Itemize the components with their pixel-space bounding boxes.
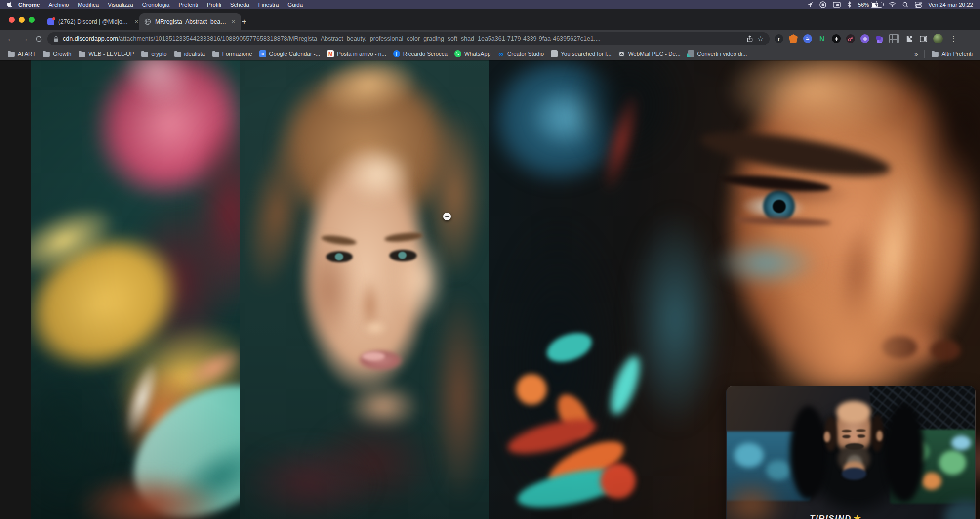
bookmark-gmail-inbox[interactable]: M Posta in arrivo - ri... [324,49,390,59]
bookmark-you-searched[interactable]: You searched for I... [547,49,615,59]
window-controls [9,17,35,23]
url-path: /attachments/1013512335442333816/1088905… [118,35,601,42]
facebook-icon: f [393,50,400,57]
generic-page-icon [551,50,558,57]
macos-menubar: Chrome Archivio Modifica Visualizza Cron… [0,0,980,9]
discord-favicon-icon [47,18,54,25]
webmail-icon [618,50,625,57]
spotlight-search-icon[interactable] [902,1,908,8]
browser-toolbar: ← → cdn.discordapp.com/attachments/10135… [0,30,980,47]
extension-key-icon[interactable] [846,34,855,43]
extension-dark-circle-icon[interactable]: r [775,34,783,43]
bookmark-webmail-pec[interactable]: WebMail PEC - De... [615,49,684,59]
battery-icon [871,2,882,8]
menu-archivio[interactable]: Archivio [44,2,73,8]
bookmarks-divider [924,50,925,58]
battery-percent: 56% [858,2,869,8]
folder-icon [78,51,85,57]
wifi-icon[interactable] [889,1,896,8]
menu-guida[interactable]: Guida [283,2,307,8]
tab-title: (2762) Discord | @Midjourney [58,18,129,25]
close-tab-icon[interactable]: × [133,18,139,25]
globe-favicon-icon [144,18,151,25]
bookmark-formazione[interactable]: Formazione [208,49,256,58]
extension-green-n-icon[interactable]: N [817,34,826,43]
bookmark-facebook-profile[interactable]: f Riccardo Scrocca [390,49,451,59]
extension-black-circle-icon[interactable] [832,34,841,43]
display-mirror-icon[interactable] [833,1,841,8]
bookmark-google-calendar[interactable]: 31 Google Calendar -... [256,49,324,59]
side-panel-icon[interactable] [919,34,928,43]
address-bar[interactable]: cdn.discordapp.com/attachments/101351233… [47,32,770,45]
metamask-fox-icon[interactable] [789,34,798,43]
close-window-button[interactable] [9,17,15,23]
menu-preferiti[interactable]: Preferiti [174,2,203,8]
apple-logo-icon[interactable] [7,1,13,8]
reload-button[interactable] [32,32,45,45]
menubar-clock[interactable]: Ven 24 mar 20:22 [928,2,973,8]
bookmarks-overflow-chevron[interactable]: » [911,49,921,59]
menu-chrome[interactable]: Chrome [14,2,44,8]
bookmark-growth[interactable]: Growth [39,49,75,58]
tab-title: MRregista_Abstract_beauty._ [155,18,226,25]
folder-icon [42,51,50,57]
bookmark-whatsapp[interactable]: WhatsApp [451,49,494,59]
folder-icon [931,51,939,57]
artwork-panel-abstract [31,60,240,519]
battery-indicator[interactable]: 56% [858,2,882,8]
screen: Chrome Archivio Modifica Visualizza Cron… [0,0,980,519]
profile-avatar[interactable] [933,34,943,43]
url-text: cdn.discordapp.com/attachments/101351233… [63,35,601,42]
folder-icon [7,51,15,57]
screen-record-icon[interactable] [819,1,826,8]
back-button[interactable]: ← [4,32,18,45]
tab-discord[interactable]: (2762) Discord | @Midjourney × [42,13,144,30]
folder-icon [141,51,148,57]
zoom-window-button[interactable] [29,17,35,23]
bookmark-star-icon[interactable]: ☆ [757,35,764,43]
meta-icon: ∞ [497,50,504,57]
menu-cronologia[interactable]: Cronologia [138,2,174,8]
extensions-puzzle-icon[interactable] [904,34,913,43]
tab-strip: (2762) Discord | @Midjourney × MRregista… [0,9,980,30]
zoom-out-cursor-icon [443,213,451,220]
url-domain: cdn.discordapp.com [63,35,118,42]
location-arrow-icon[interactable] [807,1,813,8]
forward-button[interactable]: → [18,32,32,45]
google-calendar-icon: 31 [259,50,266,57]
channel-watermark: TIRISIND★ [810,513,861,519]
artwork-panel-portrait [240,60,489,519]
bookmarks-bar: AI ART Growth WEB - LEVEL-UP crypto idea… [0,47,980,60]
bookmark-web-level-up[interactable]: WEB - LEVEL-UP [75,49,137,58]
bookmark-ai-art[interactable]: AI ART [4,49,39,58]
screenshot-grid-icon[interactable] [889,34,899,43]
minimize-window-button[interactable] [19,17,25,23]
menu-finestra[interactable]: Finestra [254,2,284,8]
bookmark-crypto[interactable]: crypto [137,49,170,58]
extension-waves-icon[interactable]: ≈ [803,34,812,43]
extensions-row: r ≈ N ⋮ [775,34,959,43]
other-bookmarks-folder[interactable]: Altri Preferiti [928,49,976,58]
extension-purple-ring-icon[interactable] [860,34,869,43]
whatsapp-icon [454,50,461,57]
browser-menu-icon[interactable]: ⋮ [948,34,959,43]
tab-image-active[interactable]: MRregista_Abstract_beauty._ × [139,13,241,30]
menu-visualizza[interactable]: Visualizza [103,2,138,8]
gmail-icon: M [327,50,334,57]
bluetooth-icon[interactable] [847,1,852,8]
control-center-icon[interactable] [915,1,922,8]
extension-purple-cluster-icon[interactable] [875,34,884,43]
watermark-star-icon: ★ [854,514,862,519]
bookmark-video-converter[interactable]: Converti i video di... [684,49,751,59]
video-converter-icon [688,50,694,57]
bookmark-creator-studio[interactable]: ∞ Creator Studio [494,49,547,59]
bookmark-idealista[interactable]: idealista [170,49,208,58]
webcam-overlay: TIRISIND★ [726,386,976,519]
new-tab-button[interactable]: + [238,16,250,28]
menu-profili[interactable]: Profili [203,2,226,8]
share-icon[interactable] [746,35,753,43]
close-tab-icon[interactable]: × [230,18,236,25]
folder-icon [212,51,219,57]
menu-modifica[interactable]: Modifica [73,2,103,8]
menu-scheda[interactable]: Scheda [226,2,254,8]
